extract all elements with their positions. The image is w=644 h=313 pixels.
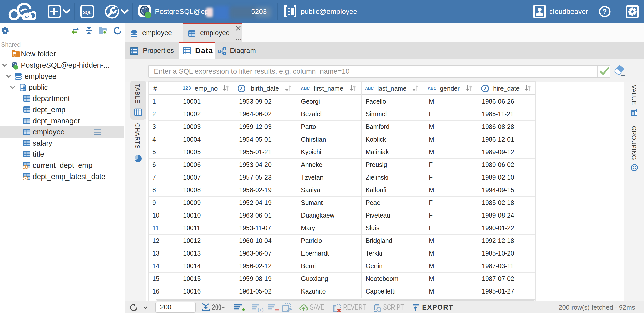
svg-text:?: ? [602,8,607,15]
svg-text:(+): (+) [258,307,264,312]
svg-text:ABC: ABC [365,86,374,91]
svg-text:123: 123 [183,85,191,91]
svg-text:SQL: SQL [83,9,92,15]
svg-text:ABC: ABC [428,86,436,91]
svg-text:ABC: ABC [301,86,310,91]
